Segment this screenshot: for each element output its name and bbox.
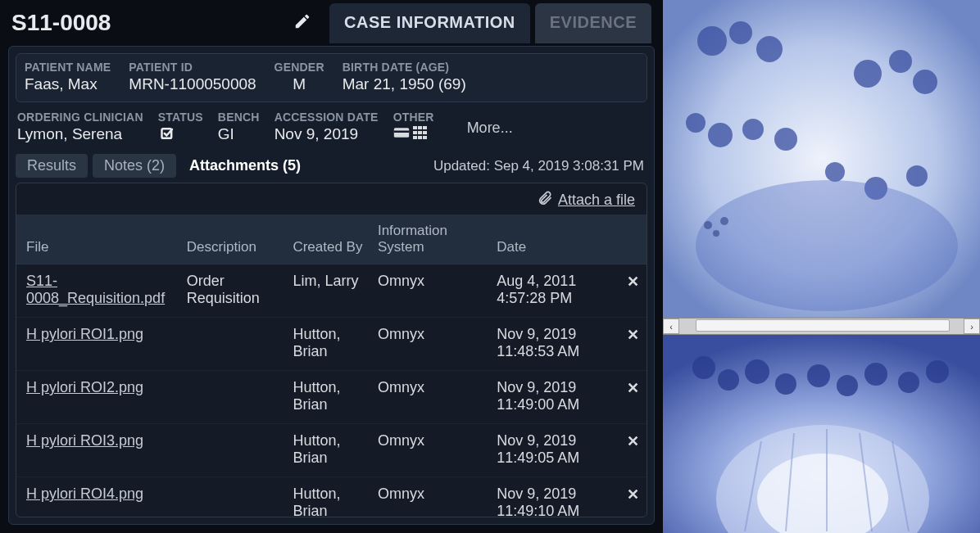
attachment-file-link[interactable]: H pylori ROI3.png [26,432,143,449]
card-icon[interactable] [393,125,410,143]
table-row: H pylori ROI1.png Hutton, Brian Omnyx No… [16,318,647,371]
attachment-file-link[interactable]: H pylori ROI1.png [26,326,143,342]
attach-file-link[interactable]: Attach a file [558,192,635,209]
bench-label: BENCH [218,111,260,124]
table-header-row: File Description Created By Information … [16,215,647,264]
svg-point-35 [807,364,830,387]
delete-icon[interactable]: ✕ [620,371,647,424]
scroll-thumb[interactable] [696,319,950,332]
th-created-by[interactable]: Created By [286,215,371,264]
attachment-desc [180,424,287,477]
svg-rect-9 [413,136,417,139]
svg-point-20 [854,60,882,88]
svg-rect-4 [418,126,422,129]
attachment-date: Nov 9, 2019 11:48:53 AM [490,318,620,371]
th-file[interactable]: File [16,215,180,264]
attachments-table: File Description Created By Information … [16,215,647,517]
svg-point-13 [697,26,727,56]
attachment-file-link[interactable]: S11-0008_Requisition.pdf [26,273,165,306]
scroll-track[interactable] [679,318,964,334]
paperclip-icon [537,190,553,210]
clinician-label: ORDERING CLINICIAN [17,111,143,124]
delete-icon[interactable]: ✕ [620,264,647,318]
svg-point-15 [756,36,783,62]
status-field: STATUS [158,111,203,146]
svg-point-25 [906,165,928,187]
gender-value: M [274,75,324,93]
accession-label: ACCESSION DATE [274,111,379,124]
accession-value: Nov 9, 2019 [274,125,379,143]
scroll-left-button[interactable]: ‹ [663,318,679,334]
svg-point-39 [926,360,949,383]
accession-field: ACCESSION DATE Nov 9, 2019 [274,111,379,143]
attachment-desc [180,318,287,371]
svg-point-34 [775,373,796,395]
th-date[interactable]: Date [490,215,620,264]
birth-field: BIRTH DATE (AGE) Mar 21, 1950 (69) [343,61,466,93]
case-id: S11-0008 [11,10,111,36]
patient-info-box: PATIENT NAME Faas, Max PATIENT ID MRN-11… [16,53,647,102]
tab-case-information[interactable]: CASE INFORMATION [329,3,530,43]
scroll-right-button[interactable]: › [964,318,980,334]
attachment-date: Nov 9, 2019 11:49:10 AM [490,477,620,518]
slide-image-bottom[interactable] [663,335,980,533]
attachment-info-system: Omnyx [371,477,490,518]
attachment-date: Nov 9, 2019 11:49:00 AM [490,371,620,424]
attachment-file-link[interactable]: H pylori ROI4.png [26,486,143,502]
svg-point-26 [696,180,958,311]
delete-icon[interactable]: ✕ [620,424,647,477]
svg-point-23 [825,162,845,182]
attachment-date: Nov 9, 2019 11:49:05 AM [490,424,620,477]
slide-viewer-pane: ‹ › [663,0,980,533]
patient-id-field: PATIENT ID MRN-1100050008 [129,61,256,93]
tab-notes[interactable]: Notes (2) [93,154,176,178]
svg-point-36 [837,375,858,396]
order-info-row: ORDERING CLINICIAN Lymon, Serena STATUS … [16,111,647,146]
slide-image-top[interactable] [663,0,980,318]
edit-icon[interactable] [293,12,311,34]
svg-point-37 [864,363,887,386]
svg-rect-7 [418,131,422,134]
svg-point-22 [913,70,937,94]
patient-name-field: PATIENT NAME Faas, Max [25,61,111,93]
svg-rect-11 [423,136,427,139]
svg-point-27 [704,221,712,229]
gender-label: GENDER [274,61,324,74]
bench-field: BENCH GI [218,111,260,143]
attachment-info-system: Omnyx [371,424,490,477]
patient-name-label: PATIENT NAME [25,61,111,74]
attachment-info-system: Omnyx [371,318,490,371]
svg-point-16 [686,113,706,133]
main-panel: PATIENT NAME Faas, Max PATIENT ID MRN-11… [8,46,655,525]
svg-rect-5 [423,126,427,129]
attach-file-row: Attach a file [16,183,647,215]
table-row: S11-0008_Requisition.pdf Order Requisiti… [16,264,647,318]
attachment-created-by: Lim, Larry [286,264,371,318]
other-label: OTHER [393,111,434,124]
svg-point-32 [718,369,739,391]
attachment-created-by: Hutton, Brian [286,424,371,477]
more-link[interactable]: More... [467,120,513,137]
svg-rect-6 [413,131,417,134]
birth-label: BIRTH DATE (AGE) [343,61,466,74]
attachment-file-link[interactable]: H pylori ROI2.png [26,379,143,395]
svg-rect-2 [393,131,408,133]
tab-attachments[interactable]: Attachments (5) [181,154,312,178]
svg-point-28 [713,230,719,237]
grid-icon[interactable] [413,125,428,143]
delete-icon[interactable]: ✕ [620,477,647,518]
attachment-info-system: Omnyx [371,371,490,424]
svg-rect-8 [423,131,427,134]
tab-evidence[interactable]: EVIDENCE [535,3,651,43]
svg-point-38 [898,372,919,393]
birth-value: Mar 21, 1950 (69) [343,75,466,93]
th-description[interactable]: Description [180,215,287,264]
clinician-field: ORDERING CLINICIAN Lymon, Serena [17,111,143,143]
table-row: H pylori ROI4.png Hutton, Brian Omnyx No… [16,477,647,518]
delete-icon[interactable]: ✕ [620,318,647,371]
gender-field: GENDER M [274,61,324,93]
svg-point-17 [708,123,733,147]
horizontal-scrollbar[interactable]: ‹ › [663,318,980,335]
th-info-system[interactable]: Information System [371,215,490,264]
tab-results[interactable]: Results [16,154,88,178]
